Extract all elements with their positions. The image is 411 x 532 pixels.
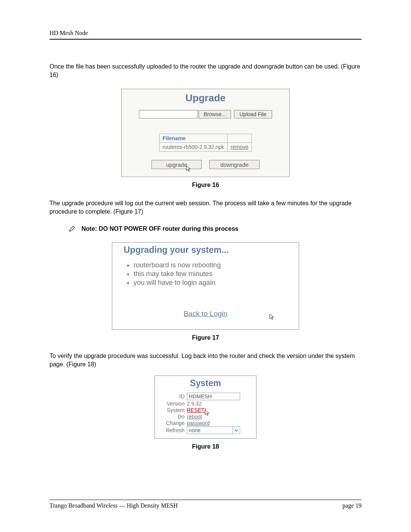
remove-link[interactable]: remove [231, 144, 249, 150]
browse-button[interactable]: Browse... [199, 110, 231, 118]
figure-18-caption: Figure 18 [49, 443, 362, 450]
upgrading-title: Upgrading your system... [124, 245, 287, 260]
page-footer: Trango Broadband Wireless — High Density… [49, 500, 362, 509]
id-input[interactable]: HDMESH [187, 393, 240, 400]
version-label: Version [160, 401, 187, 407]
pencil-icon [68, 225, 75, 232]
reboot-link[interactable]: reboot [187, 414, 202, 420]
refresh-select[interactable]: none [187, 427, 240, 434]
bullet-2: this may take few minutes [134, 270, 287, 278]
figure-16-caption: Figure 16 [49, 182, 362, 189]
figure-17-panel: Upgrading your system... routerboard is … [112, 242, 299, 330]
paragraph-3: To verify the upgrade procedure was succ… [49, 352, 362, 368]
reset-link[interactable]: RESET! [187, 407, 206, 413]
back-to-login-link[interactable]: Back to Login [183, 310, 227, 318]
filename-value: routeros-rb500-2.9.32.npk [159, 143, 228, 152]
footer-right: page 19 [342, 502, 362, 509]
password-link[interactable]: password [187, 420, 210, 426]
system-title: System [160, 378, 251, 392]
filename-table: Filename routeros-rb500-2.9.32.npk remov… [159, 134, 252, 152]
footer-left: Trango Broadband Wireless — High Density… [49, 502, 178, 509]
figure-18-panel: System ID HDMESH Version 2.9.32 System R… [155, 375, 256, 439]
system-label: System [160, 407, 187, 413]
cursor-icon [204, 409, 211, 416]
figure-17-caption: Figure 17 [49, 334, 362, 341]
paragraph-2: The upgrade procedure will log out the c… [49, 199, 362, 216]
upgrade-button[interactable]: upgrade [151, 160, 202, 169]
upgrading-bullets: routerboard is now rebooting this may ta… [134, 261, 287, 287]
id-label: ID [160, 393, 187, 399]
cursor-icon [186, 165, 193, 172]
filename-header: Filename [159, 134, 228, 143]
filename-header-empty [228, 134, 252, 143]
figure-16-panel: Upgrade Browse... Upload File Filename r… [121, 89, 290, 177]
page-header: HD Mesh Node [49, 30, 362, 40]
do-label: Do [160, 414, 187, 420]
upload-file-button[interactable]: Upload File [234, 110, 272, 118]
bullet-1: routerboard is now rebooting [134, 261, 287, 269]
paragraph-1: Once the file has been successfully uplo… [49, 62, 362, 79]
refresh-value: none [189, 427, 201, 433]
upgrade-title: Upgrade [122, 89, 289, 110]
cursor-icon [269, 313, 276, 320]
downgrade-button[interactable]: downgrade [209, 160, 260, 169]
version-value: 2.9.32 [187, 401, 251, 407]
refresh-label: Refresh [160, 427, 187, 433]
change-label: Change [160, 420, 187, 426]
chevron-down-icon [233, 427, 240, 434]
bullet-3: you will have to login again [134, 279, 287, 287]
file-path-input[interactable] [139, 110, 198, 118]
power-off-note: Note: DO NOT POWER OFF router during thi… [81, 225, 238, 232]
